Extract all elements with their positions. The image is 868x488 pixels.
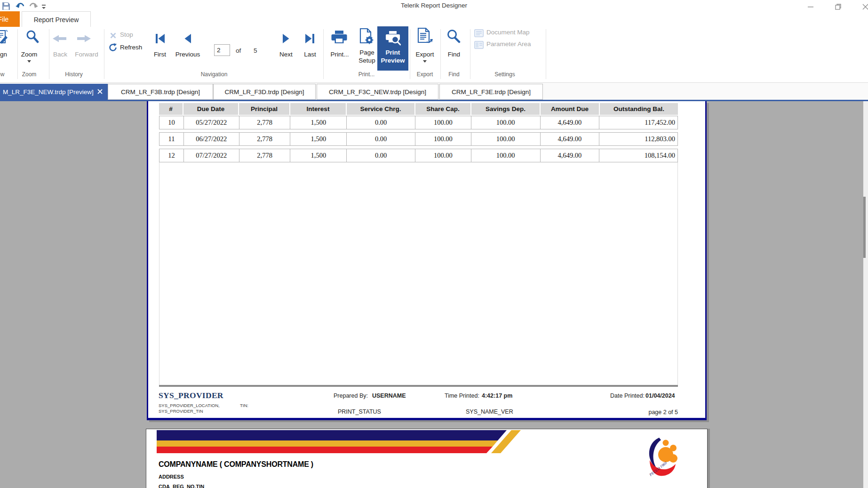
- group-label-navigation: Navigation: [195, 71, 233, 78]
- close-icon: [862, 4, 868, 10]
- export-icon[interactable]: [416, 28, 433, 47]
- table-row: 10 05/27/2022 2,778 1,500 0.00 100.00 10…: [159, 116, 678, 129]
- col-header: Interest: [290, 103, 347, 115]
- doc-tab-f3b[interactable]: CRM_LR_F3B.trdp [Design]: [108, 84, 213, 100]
- forward-button: Forward: [72, 51, 102, 58]
- back-button: Back: [49, 51, 71, 58]
- doc-tab-f3c-new[interactable]: CRM_LR_F3C_NEW.trdp [Design]: [317, 84, 438, 100]
- export-button[interactable]: Export: [411, 51, 438, 58]
- group-label-history: History: [57, 71, 90, 78]
- print-preview-button[interactable]: Print Preview: [377, 26, 408, 71]
- footer-date-label: Date Printed:: [610, 392, 645, 399]
- vertical-scrollbar[interactable]: [863, 101, 868, 488]
- company-address: ADDRESS: [159, 474, 184, 480]
- footer-provider: SYS_PROVIDER: [159, 391, 223, 400]
- col-header: Amount Due: [541, 103, 600, 115]
- find-button[interactable]: Find: [444, 51, 464, 58]
- company-reg-tin: CDA_REG_NO,TIN: [159, 484, 204, 488]
- refresh-button[interactable]: Refresh: [120, 44, 148, 51]
- col-header: Due Date: [183, 103, 239, 115]
- print-preview-icon: [385, 30, 401, 48]
- footer-sys-name-ver: SYS_NAME_VER: [466, 408, 513, 415]
- doc-tab-preview[interactable]: M_LR_F3E_NEW.trdp [Preview]: [0, 84, 108, 100]
- parameter-area-icon: [474, 41, 484, 51]
- qat-customize-icon[interactable]: [41, 3, 46, 12]
- back-arrow-icon: [53, 35, 67, 44]
- next-icon[interactable]: [282, 33, 290, 46]
- stop-icon: [110, 32, 116, 40]
- footer-provider-location: SYS_PROVIDER_LOCATION,: [159, 403, 220, 408]
- page-setup-icon[interactable]: [358, 28, 374, 46]
- col-header: Share Cap.: [415, 103, 471, 115]
- document-map-toggle: Document Map: [486, 29, 543, 36]
- company-name: COMPANYNAME ( COMPANYSHORTNAME ): [159, 460, 313, 469]
- parameter-area-toggle: Parameter Area: [486, 40, 543, 48]
- footer-divider: [159, 385, 678, 387]
- first-button[interactable]: First: [148, 51, 172, 58]
- col-header: Savings Dep.: [471, 103, 541, 115]
- print-button[interactable]: Print...: [326, 51, 353, 58]
- title-bar: Telerik Report Designer: [0, 0, 868, 13]
- tab-file[interactable]: File: [0, 11, 20, 27]
- footer-tin-label: TIN:: [240, 403, 248, 408]
- forward-arrow-icon: [77, 35, 91, 44]
- pecco-logo: PECCO 1960: [645, 437, 681, 480]
- vertical-scrollbar-thumb[interactable]: [863, 197, 866, 258]
- page-setup-button-line2[interactable]: Setup: [354, 57, 380, 64]
- group-label-zoom: Zoom: [13, 71, 46, 78]
- export-dropdown-icon[interactable]: [423, 60, 427, 63]
- doc-tab-f3e[interactable]: CRM_LR_F3E.trdp [Design]: [439, 84, 543, 100]
- tab-close-icon[interactable]: [97, 88, 103, 96]
- close-button[interactable]: [857, 2, 868, 11]
- col-header: Outstanding Bal.: [600, 103, 678, 115]
- footer-prepared-value: USERNAME: [372, 392, 406, 399]
- last-button[interactable]: Last: [300, 51, 320, 58]
- page-of-label: of: [236, 47, 241, 54]
- previous-button[interactable]: Previous: [172, 51, 203, 58]
- table-header-row: # Due Date Principal Interest Service Ch…: [159, 103, 678, 115]
- restore-icon: [835, 4, 841, 10]
- group-label-find: Find: [444, 71, 464, 78]
- footer-prepared-label: Prepared By:: [334, 392, 368, 399]
- table-row: 12 07/27/2022 2,778 1,500 0.00 100.00 10…: [159, 149, 678, 162]
- stop-button: Stop: [120, 31, 139, 38]
- previous-icon[interactable]: [183, 33, 192, 46]
- tab-report-preview[interactable]: Report Preview: [22, 11, 91, 27]
- restore-button[interactable]: [830, 2, 846, 11]
- undo-icon[interactable]: [16, 2, 25, 12]
- footer-time-value: 4:42:17 pm: [482, 392, 512, 399]
- group-label-settings: Settings: [488, 71, 521, 78]
- design-icon[interactable]: [0, 29, 8, 47]
- refresh-icon[interactable]: [109, 43, 117, 54]
- footer-time-label: Time Printed:: [445, 392, 479, 399]
- save-icon[interactable]: [2, 2, 10, 12]
- minimize-icon: [808, 4, 813, 9]
- telerik-report-designer-window: Telerik Report Designer File Report Prev…: [0, 0, 868, 488]
- page-total-label: 5: [254, 47, 257, 54]
- col-header: Service Chrg.: [347, 103, 415, 115]
- find-icon[interactable]: [446, 29, 461, 45]
- window-title: Telerik Report Designer: [0, 2, 868, 9]
- group-label-export: Export: [411, 71, 438, 78]
- first-icon[interactable]: [155, 33, 165, 46]
- table-row: 11 06/27/2022 2,778 1,500 0.00 100.00 10…: [159, 132, 678, 146]
- footer-date-value: 01/04/2024: [645, 392, 675, 399]
- document-map-icon: [474, 29, 484, 39]
- col-header: #: [159, 103, 183, 115]
- print-icon[interactable]: [331, 30, 347, 47]
- zoom-icon[interactable]: [26, 30, 39, 46]
- redo-icon[interactable]: [28, 2, 38, 12]
- zoom-dropdown-icon[interactable]: [27, 60, 31, 63]
- page-setup-button[interactable]: Page: [354, 49, 380, 56]
- col-header: Principal: [239, 103, 290, 115]
- footer-provider-tin: SYS_PROVIDER_TIN: [159, 408, 203, 414]
- group-label-print: Print...: [350, 71, 383, 78]
- last-icon[interactable]: [305, 33, 315, 46]
- doc-tab-f3d[interactable]: CRM_LR_F3D.trdp [Design]: [213, 84, 316, 100]
- page-number-input[interactable]: 2: [214, 44, 230, 56]
- minimize-button[interactable]: [803, 2, 819, 11]
- footer-page-info: page 2 of 5: [631, 409, 678, 416]
- next-button[interactable]: Next: [275, 51, 297, 58]
- zoom-button[interactable]: Zoom: [13, 51, 46, 58]
- footer-print-status: PRINT_STATUS: [338, 408, 381, 415]
